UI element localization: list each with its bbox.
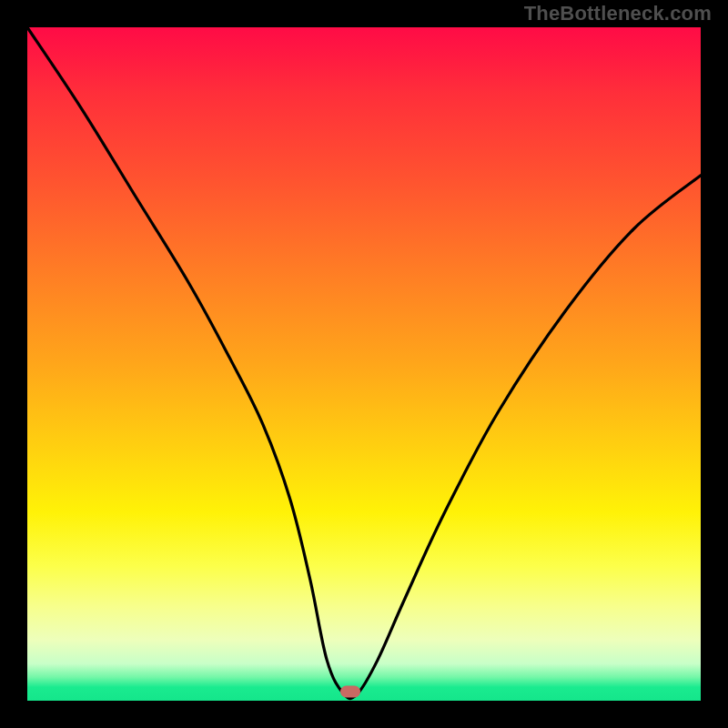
plot-area xyxy=(27,27,701,701)
optimal-point-marker xyxy=(340,686,360,698)
curve-layer xyxy=(27,27,701,701)
chart-frame: TheBottleneck.com xyxy=(0,0,728,728)
bottleneck-curve xyxy=(27,27,701,699)
watermark-text: TheBottleneck.com xyxy=(524,2,712,25)
